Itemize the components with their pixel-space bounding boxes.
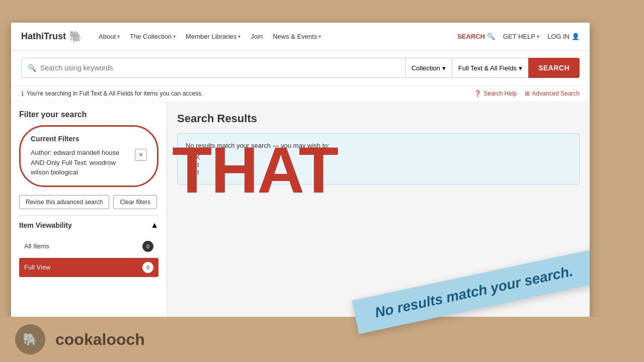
viewability-collapse-icon: ▲ [150, 221, 158, 230]
search-button[interactable]: SEARCH [528, 58, 580, 78]
info-bar-left: ℹ You're searching in Full Text & All Fi… [21, 89, 203, 98]
revise-search-button[interactable]: Revise this advanced search [19, 195, 109, 209]
nav-collection[interactable]: The Collection ▾ [126, 31, 180, 42]
logo-elephant-icon: 🐘 [69, 30, 83, 43]
results-area: Search Results No results match your sea… [167, 102, 590, 338]
all-items-filter[interactable]: All Items 0 [19, 237, 158, 256]
sidebar-title: Filter your search [19, 110, 158, 119]
search-icon: 🔍 [487, 33, 495, 40]
browser-window: HathiTrust 🐘 About ▾ The Collection ▾ Me… [11, 23, 590, 339]
advanced-search-link[interactable]: ⊞ Advanced Search [525, 90, 580, 97]
collection-filter-button[interactable]: Collection ▾ [405, 58, 452, 78]
full-view-badge: 0 [142, 262, 153, 273]
info-bar: ℹ You're searching in Full Text & All Fi… [11, 85, 590, 102]
info-bar-message: You're searching in Full Text & All Fiel… [27, 90, 203, 97]
filter-text: Author: edward mandell house AND Only Fu… [31, 148, 131, 177]
nav-links: About ▾ The Collection ▾ Member Librarie… [95, 31, 445, 42]
filter-remove-button[interactable]: ✕ [135, 149, 147, 161]
nav-join[interactable]: Join [247, 31, 267, 42]
nav-get-help-button[interactable]: GET HELP ▾ [503, 33, 539, 40]
nav-right: SEARCH 🔍 GET HELP ▾ LOG IN 👤 [457, 33, 580, 40]
current-filters-label: Current Filters [31, 135, 147, 143]
sidebar: Filter your search Current Filters Autho… [11, 102, 167, 338]
search-bar: 🔍 Collection ▾ Full Text & All Fields ▾ … [11, 51, 590, 85]
logo-text: HathiTrust [21, 31, 66, 42]
overlay-word: THAT [172, 132, 338, 208]
logo[interactable]: HathiTrust 🐘 [21, 30, 83, 43]
nav-login-button[interactable]: LOG IN 👤 [547, 33, 580, 40]
bottom-logo-circle: 🐘 [15, 324, 45, 354]
all-items-badge: 0 [142, 241, 153, 252]
about-chevron-icon: ▾ [117, 34, 120, 39]
bottom-area: 🐘 cookalooch [0, 317, 644, 362]
grid-icon: ⊞ [525, 90, 530, 97]
user-icon: 👤 [572, 33, 580, 40]
navbar: HathiTrust 🐘 About ▾ The Collection ▾ Me… [11, 23, 590, 51]
nav-search-button[interactable]: SEARCH 🔍 [457, 33, 495, 40]
clear-filters-button[interactable]: Clear filters [113, 195, 157, 209]
search-field-icon: 🔍 [28, 64, 36, 72]
collection-filter-chevron-icon: ▾ [442, 64, 446, 72]
info-bar-right: ❓ Search Help ⊞ Advanced Search [474, 90, 580, 97]
search-input-wrapper: 🔍 [21, 58, 405, 78]
current-filters-box: Current Filters Author: edward mandell h… [19, 125, 158, 187]
news-chevron-icon: ▾ [318, 34, 321, 39]
search-input[interactable] [40, 64, 399, 72]
viewability-header[interactable]: Item Viewability ▲ [19, 215, 158, 235]
filter-item: Author: edward mandell house AND Only Fu… [31, 148, 147, 177]
viewability-section: Item Viewability ▲ All Items 0 Full View… [19, 215, 158, 277]
collection-chevron-icon: ▾ [173, 34, 176, 39]
nav-about[interactable]: About ▾ [95, 31, 124, 42]
field-filter-button[interactable]: Full Text & All Fields ▾ [452, 58, 528, 78]
viewability-title: Item Viewability [19, 221, 72, 229]
viewability-items: All Items 0 Full View 0 [19, 237, 158, 277]
search-help-link[interactable]: ❓ Search Help [474, 90, 517, 97]
filter-actions: Revise this advanced search Clear filter… [19, 195, 158, 209]
full-view-filter[interactable]: Full View 0 [19, 258, 158, 277]
member-chevron-icon: ▾ [238, 34, 240, 39]
get-help-chevron-icon: ▾ [537, 34, 539, 39]
page-background: HathiTrust 🐘 About ▾ The Collection ▾ Me… [0, 0, 644, 362]
field-filter-chevron-icon: ▾ [519, 64, 522, 72]
main-content: Filter your search Current Filters Autho… [11, 102, 590, 338]
info-icon: ℹ [21, 89, 24, 98]
bottom-brand-text: cookalooch [55, 330, 145, 349]
nav-news-events[interactable]: News & Events ▾ [269, 31, 325, 42]
nav-member-libraries[interactable]: Member Libraries ▾ [182, 31, 245, 42]
results-title: Search Results [177, 112, 580, 125]
question-icon: ❓ [474, 90, 481, 97]
